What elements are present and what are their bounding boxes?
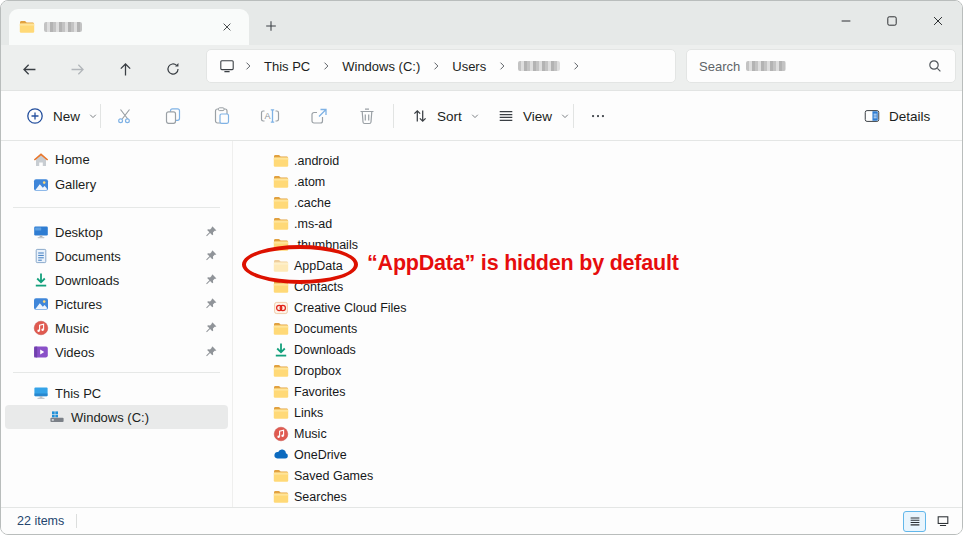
forward-button[interactable] — [61, 56, 93, 82]
file-row[interactable]: .cache — [273, 192, 962, 213]
new-tab-button[interactable] — [259, 14, 283, 38]
tab-close-button[interactable] — [215, 15, 239, 39]
file-row[interactable]: Searches — [273, 486, 962, 507]
new-button[interactable]: New — [15, 99, 108, 133]
sidebar-item-label: Videos — [55, 345, 95, 360]
titlebar[interactable] — [1, 1, 962, 45]
breadcrumb-windows-c[interactable]: Windows (C:) — [335, 57, 427, 76]
onedrive-cloud-icon — [273, 447, 289, 463]
breadcrumb[interactable]: This PC Windows (C:) Users — [206, 49, 676, 83]
status-bar: 22 items — [1, 507, 962, 534]
explorer-tab[interactable] — [9, 9, 249, 45]
more-options-button[interactable] — [581, 99, 615, 133]
window-controls — [823, 1, 961, 41]
file-row[interactable]: .android — [273, 150, 962, 171]
breadcrumb-this-pc[interactable]: This PC — [257, 57, 317, 76]
search-placeholder: Search — [699, 59, 740, 74]
file-name: Links — [294, 406, 323, 420]
file-name: .atom — [294, 175, 325, 189]
file-row[interactable]: Music — [273, 423, 962, 444]
folder-icon — [273, 279, 289, 295]
file-row[interactable]: Creative Cloud Files — [273, 297, 962, 318]
details-pane-button[interactable]: Details — [853, 99, 940, 133]
file-row[interactable]: Saved Games — [273, 465, 962, 486]
details-view-toggle[interactable] — [903, 511, 926, 532]
creative-cloud-icon — [273, 300, 289, 316]
sort-button[interactable]: Sort — [401, 99, 490, 133]
details-button-label: Details — [889, 109, 930, 124]
file-row[interactable]: Dropbox — [273, 360, 962, 381]
status-divider — [76, 514, 77, 528]
chevron-down-icon — [88, 111, 98, 121]
share-icon — [309, 106, 329, 126]
file-row[interactable]: .ms-ad — [273, 213, 962, 234]
folder-icon — [273, 174, 289, 190]
file-name: AppData — [294, 259, 343, 273]
rename-button[interactable] — [253, 99, 287, 133]
hidden-folder-icon — [273, 258, 289, 274]
rename-icon — [260, 106, 280, 126]
file-row[interactable]: Links — [273, 402, 962, 423]
file-name: .android — [294, 154, 339, 168]
chevron-right-icon — [239, 60, 257, 72]
folder-icon — [19, 19, 35, 35]
download-arrow-icon — [273, 342, 289, 358]
tab-title-redacted — [44, 22, 82, 32]
circle-plus-icon — [25, 106, 45, 126]
sidebar-item-documents[interactable]: Documents — [5, 244, 228, 268]
file-row[interactable]: .atom — [273, 171, 962, 192]
sidebar-item-home[interactable]: Home — [5, 147, 228, 172]
sidebar-divider — [13, 207, 220, 208]
arrow-up-icon — [117, 61, 134, 78]
home-icon — [33, 152, 49, 168]
toolbar-divider — [573, 104, 574, 128]
sidebar-item-downloads[interactable]: Downloads — [5, 268, 228, 292]
drive-icon — [49, 409, 65, 425]
back-button[interactable] — [13, 56, 45, 82]
close-button[interactable] — [915, 1, 961, 41]
this-pc-icon — [219, 58, 235, 74]
maximize-button[interactable] — [869, 1, 915, 41]
view-button[interactable]: View — [487, 99, 580, 133]
sidebar-item-videos[interactable]: Videos — [5, 340, 228, 364]
file-name: .ms-ad — [294, 217, 332, 231]
file-row[interactable]: Documents — [273, 318, 962, 339]
sidebar-item-gallery[interactable]: Gallery — [5, 172, 228, 197]
paste-button[interactable] — [205, 99, 239, 133]
red-text-annotation: “AppData” is hidden by default — [367, 251, 679, 276]
sidebar-item-pictures[interactable]: Pictures — [5, 292, 228, 316]
file-row[interactable]: Contacts — [273, 276, 962, 297]
refresh-button[interactable] — [157, 56, 189, 82]
sidebar-item-label: Music — [55, 321, 89, 336]
breadcrumb-users[interactable]: Users — [445, 57, 493, 76]
file-name: Music — [294, 427, 327, 441]
list-view-icon — [908, 514, 922, 528]
toolbar-divider — [100, 104, 101, 128]
file-row[interactable]: Downloads — [273, 339, 962, 360]
up-button[interactable] — [109, 56, 141, 82]
file-name: Creative Cloud Files — [294, 301, 407, 315]
sidebar-item-desktop[interactable]: Desktop — [5, 220, 228, 244]
sidebar-item-this-pc[interactable]: This PC — [5, 381, 228, 405]
share-button[interactable] — [302, 99, 336, 133]
copy-button[interactable] — [156, 99, 190, 133]
file-row[interactable]: OneDrive — [273, 444, 962, 465]
content-area: Home Gallery Desktop Documents Downloads — [1, 141, 962, 507]
file-name: Documents — [294, 322, 357, 336]
sort-arrows-icon — [411, 107, 429, 125]
folder-icon — [273, 153, 289, 169]
sidebar-item-label: Windows (C:) — [71, 410, 149, 425]
breadcrumb-username-redacted[interactable] — [511, 57, 567, 76]
minimize-button[interactable] — [823, 1, 869, 41]
icons-view-toggle[interactable] — [931, 511, 954, 532]
cut-button[interactable] — [108, 99, 142, 133]
file-row[interactable]: Favorites — [273, 381, 962, 402]
sidebar-item-windows-c[interactable]: Windows (C:) — [5, 405, 228, 429]
arrow-right-icon — [69, 61, 86, 78]
items-count: 22 items — [17, 514, 64, 528]
sidebar-divider — [13, 372, 220, 373]
sidebar-item-music[interactable]: Music — [5, 316, 228, 340]
delete-button[interactable] — [350, 99, 384, 133]
search-input[interactable]: Search — [686, 49, 956, 83]
minimize-icon — [839, 14, 853, 28]
